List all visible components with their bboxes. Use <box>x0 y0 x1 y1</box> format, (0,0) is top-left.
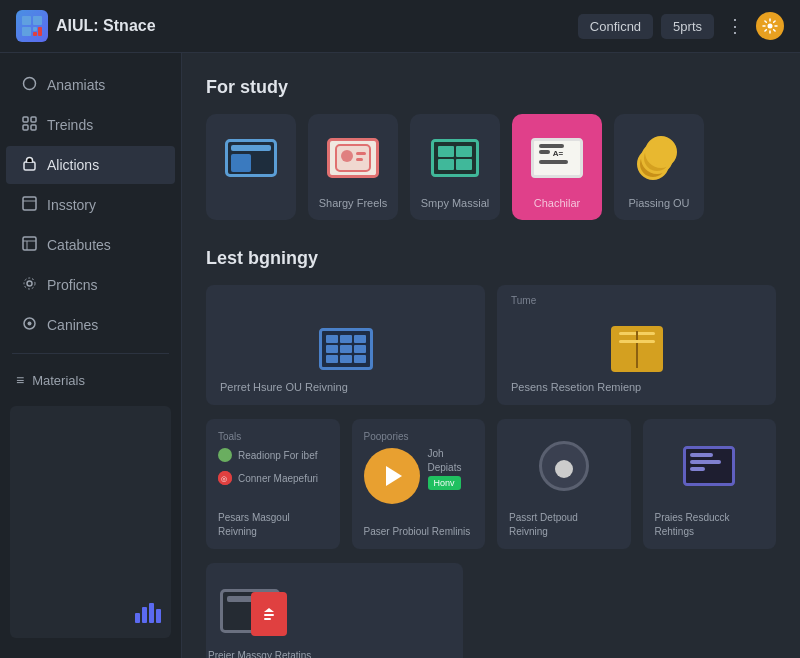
app-title: AIUL: Stnace <box>56 17 156 35</box>
sidebar-item-label-insstory: Insstory <box>47 197 96 213</box>
sidebar-divider <box>12 353 169 354</box>
sidebar-item-proficns[interactable]: Proficns <box>6 266 175 304</box>
user-card-icon <box>327 138 379 178</box>
svg-rect-28 <box>356 152 366 155</box>
book-icon <box>611 326 663 372</box>
header-right: Conficnd 5prts ⋮ <box>578 11 784 41</box>
code-line-1 <box>690 453 713 457</box>
large-card-1[interactable]: Perret Hsure OU Reivning <box>206 285 485 405</box>
reading-dot-1 <box>218 448 232 462</box>
study-card-1[interactable] <box>206 114 296 220</box>
canines-icon <box>22 316 37 334</box>
medium-cards-row: Toals Readionp For ibef ◎ Conner Maepefu… <box>206 419 776 549</box>
study-card-shargy-label: Shargy Freels <box>319 196 387 210</box>
bottom-card-title: Preier Massgy Retatins <box>208 649 437 658</box>
study-card-piassing-icon <box>629 128 689 188</box>
mc2-sub2: Depiats <box>428 462 462 473</box>
sidebar-item-treinds[interactable]: Treinds <box>6 106 175 144</box>
red-card-icon <box>251 592 287 636</box>
sidebar-item-anamiats[interactable]: Anamiats <box>6 66 175 104</box>
svg-rect-0 <box>22 16 31 25</box>
large-card-1-icon <box>220 309 471 389</box>
svg-rect-1 <box>33 16 42 25</box>
catabutes-icon <box>22 236 37 254</box>
sidebar-item-label-alictions: Alictions <box>47 157 99 173</box>
avatar-icon <box>539 441 589 491</box>
main-layout: Anamiats Treinds Alictions Insstory Cata… <box>0 53 800 658</box>
study-card-1-icon <box>221 128 281 188</box>
large-card-2-title: Pesens Resetion Remienp <box>511 380 762 395</box>
reading-text-1: Readionp For ibef <box>238 450 318 461</box>
code-icon <box>683 446 735 486</box>
materials-icon: ≡ <box>16 372 24 388</box>
sidebar-item-catabutes[interactable]: Catabutes <box>6 226 175 264</box>
medium-card-1[interactable]: Toals Readionp For ibef ◎ Conner Maepefu… <box>206 419 340 549</box>
study-card-smpy[interactable]: Smpy Massial <box>410 114 500 220</box>
more-button[interactable]: ⋮ <box>722 11 748 41</box>
svg-rect-5 <box>33 32 37 36</box>
reading-item-2: ◎ Conner Maepefuri <box>218 471 328 485</box>
medium-card-4-title: Praies Resducck Rehtings <box>655 511 765 539</box>
bottom-card[interactable]: Preier Massgy Retatins <box>206 563 463 658</box>
svg-point-19 <box>24 278 35 289</box>
reading-text-2: Conner Maepefuri <box>238 473 318 484</box>
materials-box <box>10 406 171 638</box>
conficnd-button[interactable]: Conficnd <box>578 14 653 39</box>
proficns-icon <box>22 276 37 294</box>
svg-rect-24 <box>149 603 154 623</box>
play-icon <box>364 448 420 504</box>
study-card-chachilar[interactable]: A= Chachilar <box>512 114 602 220</box>
sidebar-item-canines[interactable]: Canines <box>6 306 175 344</box>
avatar-head <box>555 460 573 478</box>
svg-rect-4 <box>38 27 42 36</box>
svg-rect-3 <box>33 27 37 31</box>
medium-card-3-title: Passrt Detpoud Reivning <box>509 511 619 539</box>
grid-blue-icon <box>319 328 373 370</box>
coins-icon <box>637 136 681 180</box>
logo-icon <box>16 10 48 42</box>
medium-card-3[interactable]: Passrt Detpoud Reivning <box>497 419 631 549</box>
sidebar-item-alictions[interactable]: Alictions <box>6 146 175 184</box>
5prts-button[interactable]: 5prts <box>661 14 714 39</box>
svg-rect-2 <box>22 27 31 36</box>
code-line-2 <box>690 460 720 464</box>
browser-icon <box>225 139 277 177</box>
medium-card-4[interactable]: Praies Resducck Rehtings <box>643 419 777 549</box>
for-study-title: For study <box>206 77 776 98</box>
medium-card-2-title: Paser Probioul Remlinis <box>364 525 474 539</box>
sidebar-item-insstory[interactable]: Insstory <box>6 186 175 224</box>
large-card-2[interactable]: Tume Pesens Resetion Remienp <box>497 285 776 405</box>
svg-rect-10 <box>23 125 28 130</box>
svg-rect-26 <box>336 145 370 171</box>
study-card-piassing[interactable]: Piassing OU <box>614 114 704 220</box>
study-card-shargy-icon <box>323 128 383 188</box>
study-card-smpy-icon <box>425 128 485 188</box>
large-cards-grid: Perret Hsure OU Reivning Tume Pesens Res… <box>206 285 776 405</box>
abc-icon: A= <box>531 138 583 178</box>
svg-rect-13 <box>23 197 36 210</box>
header-left: AIUL: Stnace <box>16 10 156 42</box>
study-card-1-label <box>249 196 252 210</box>
code-line-3 <box>690 467 705 471</box>
svg-text:◎: ◎ <box>221 475 227 482</box>
sidebar: Anamiats Treinds Alictions Insstory Cata… <box>0 53 182 658</box>
gear-icon[interactable] <box>756 12 784 40</box>
sidebar-item-label-treinds: Treinds <box>47 117 93 133</box>
svg-point-27 <box>341 150 353 162</box>
play-triangle <box>386 466 402 486</box>
sidebar-materials-label[interactable]: ≡ Materials <box>0 362 181 398</box>
large-card-1-title: Perret Hsure OU Reivning <box>220 380 471 395</box>
svg-rect-22 <box>135 613 140 623</box>
svg-rect-35 <box>264 618 271 620</box>
browser2-icon <box>220 589 280 633</box>
sidebar-item-label-canines: Canines <box>47 317 98 333</box>
svg-rect-25 <box>156 609 161 623</box>
medium-card-1-title: Pesars Masgoul Reivning <box>218 511 328 539</box>
svg-point-21 <box>28 322 32 326</box>
study-card-shargy[interactable]: Shargy Freels <box>308 114 398 220</box>
anamiats-icon <box>22 76 37 94</box>
svg-rect-11 <box>31 125 36 130</box>
medium-card-2[interactable]: Poopories Joh Depiats Honv Paser Probiou… <box>352 419 486 549</box>
treinds-icon <box>22 116 37 134</box>
large-card-2-label: Tume <box>511 295 536 306</box>
